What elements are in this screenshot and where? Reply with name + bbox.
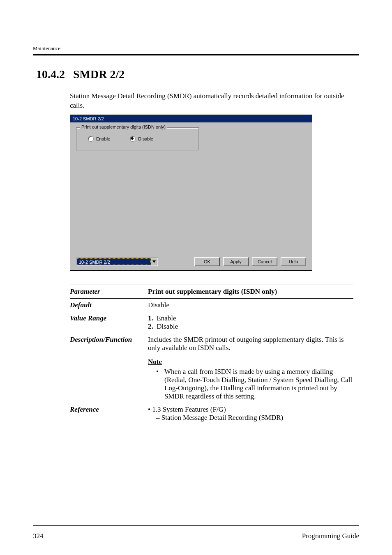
help-rest: elp bbox=[292, 259, 298, 264]
ok-mnemonic: O bbox=[204, 259, 208, 264]
cancel-rest: ancel bbox=[261, 259, 272, 264]
combo-value: 10-2 SMDR 2/2 bbox=[77, 258, 151, 265]
page-selector-combo[interactable]: 10-2 SMDR 2/2 bbox=[76, 257, 158, 266]
cancel-mnemonic: C bbox=[258, 259, 261, 264]
param-label-value-range: Value Range bbox=[70, 314, 148, 331]
vr-val-2: Disable bbox=[157, 322, 178, 330]
note-bullet: • When a call from ISDN is made by using… bbox=[156, 368, 353, 401]
disable-radio[interactable]: Disable bbox=[130, 136, 153, 142]
footer: 324 Programming Guide bbox=[33, 532, 359, 540]
section-title: SMDR 2/2 bbox=[73, 68, 125, 81]
vr-val-1: Enable bbox=[157, 314, 176, 322]
bullet-icon: • bbox=[156, 368, 160, 401]
print-supplementary-groupbox: Print out supplementary digits (ISDN onl… bbox=[76, 127, 199, 151]
groupbox-legend: Print out supplementary digits (ISDN onl… bbox=[80, 124, 167, 129]
note-heading: Note bbox=[148, 358, 353, 366]
enable-radio-label: Enable bbox=[96, 136, 110, 141]
vr-num-1: 1. bbox=[148, 314, 153, 322]
page-number: 324 bbox=[33, 532, 44, 540]
param-value-description: Includes the SMDR printout of outgoing s… bbox=[148, 336, 353, 401]
param-row-description: Description/Function Includes the SMDR p… bbox=[70, 333, 353, 403]
ok-rest: K bbox=[208, 259, 210, 264]
radio-icon bbox=[130, 136, 136, 142]
help-button[interactable]: Help bbox=[281, 257, 306, 266]
footer-title: Programming Guide bbox=[302, 532, 359, 540]
param-row-parameter: Parameter Print out supplementary digits… bbox=[70, 285, 353, 298]
chevron-down-icon bbox=[152, 260, 156, 263]
vr-num-2: 2. bbox=[148, 322, 153, 330]
param-label-reference: Reference bbox=[70, 405, 148, 422]
param-label-parameter: Parameter bbox=[70, 288, 148, 296]
dialog-button-row: 10-2 SMDR 2/2 OK Apply Cancel Help bbox=[76, 257, 306, 266]
param-row-value-range: Value Range 1. Enable 2. Disable bbox=[70, 312, 353, 333]
dialog-titlebar: 10-2 SMDR 2/2 bbox=[70, 115, 312, 122]
radio-icon bbox=[88, 136, 94, 142]
smdr-dialog: 10-2 SMDR 2/2 Print out supplementary di… bbox=[70, 115, 312, 271]
disable-radio-label: Disable bbox=[138, 136, 153, 141]
intro-paragraph: Station Message Detail Recording (SMDR) … bbox=[70, 92, 353, 111]
header-rule bbox=[33, 54, 359, 55]
param-row-default: Default Disable bbox=[70, 299, 353, 312]
ok-button[interactable]: OK bbox=[194, 257, 220, 266]
radio-row: Enable Disable bbox=[76, 128, 199, 142]
reference-subline: – Station Message Detail Recording (SMDR… bbox=[148, 414, 353, 422]
apply-mnemonic: A bbox=[230, 259, 233, 264]
svg-marker-0 bbox=[152, 260, 156, 263]
section-number: 10.4.2 bbox=[36, 68, 65, 81]
footer-rule bbox=[33, 525, 359, 526]
param-value-reference: • 1.3 System Features (F/G) – Station Me… bbox=[148, 405, 353, 422]
reference-line: • 1.3 System Features (F/G) bbox=[148, 405, 353, 414]
running-header: Maintenance bbox=[33, 45, 359, 52]
parameter-block: Parameter Print out supplementary digits… bbox=[70, 285, 353, 424]
apply-button[interactable]: Apply bbox=[223, 257, 249, 266]
param-value-value-range: 1. Enable 2. Disable bbox=[148, 314, 353, 331]
apply-rest: pply bbox=[233, 259, 242, 264]
combo-dropdown-button[interactable] bbox=[151, 258, 157, 265]
note-bullet-text: When a call from ISDN is made by using a… bbox=[164, 368, 353, 401]
section-heading: 10.4.2 SMDR 2/2 bbox=[36, 68, 359, 81]
param-value-parameter: Print out supplementary digits (ISDN onl… bbox=[148, 288, 353, 296]
description-main: Includes the SMDR printout of outgoing s… bbox=[148, 336, 353, 352]
param-label-default: Default bbox=[70, 301, 148, 309]
dialog-body: Print out supplementary digits (ISDN onl… bbox=[70, 122, 312, 270]
help-mnemonic: H bbox=[289, 259, 292, 264]
param-label-description: Description/Function bbox=[70, 336, 148, 401]
param-row-reference: Reference • 1.3 System Features (F/G) – … bbox=[70, 403, 353, 424]
cancel-button[interactable]: Cancel bbox=[252, 257, 277, 266]
param-value-default: Disable bbox=[148, 301, 353, 309]
enable-radio[interactable]: Enable bbox=[88, 136, 110, 142]
